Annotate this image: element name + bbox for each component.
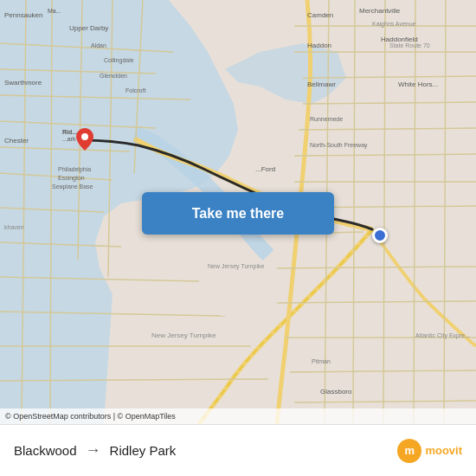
- svg-text:New Jersey Turnpike: New Jersey Turnpike: [208, 263, 264, 270]
- svg-text:Merchantville: Merchantville: [359, 7, 401, 15]
- svg-text:New Jersey Turnpike: New Jersey Turnpike: [151, 331, 216, 339]
- svg-text:Bellmawr: Bellmawr: [307, 80, 336, 88]
- moovit-icon: m: [397, 439, 421, 463]
- svg-text:North-South Freeway: North-South Freeway: [310, 142, 368, 149]
- svg-text:Essington: Essington: [58, 175, 85, 182]
- svg-text:Glassboro: Glassboro: [320, 388, 352, 396]
- svg-text:Ma...: Ma...: [48, 8, 61, 14]
- svg-text:...ark: ...ark: [62, 136, 76, 142]
- svg-text:...Ford: ...Ford: [255, 165, 275, 173]
- svg-text:Swarthmore: Swarthmore: [4, 79, 42, 87]
- svg-text:Haddon: Haddon: [307, 42, 331, 49]
- svg-text:Folcroft: Folcroft: [125, 87, 145, 93]
- svg-text:Aldan: Aldan: [91, 42, 106, 48]
- svg-text:Kaighns Avenue: Kaighns Avenue: [372, 21, 416, 28]
- svg-text:Rid...: Rid...: [62, 129, 77, 135]
- svg-text:khaven: khaven: [4, 224, 24, 230]
- destination-label: Ridley Park: [110, 443, 177, 458]
- svg-text:Camden: Camden: [307, 11, 333, 19]
- take-me-there-button[interactable]: Take me there: [142, 192, 334, 235]
- svg-text:Seaplane Base: Seaplane Base: [52, 183, 93, 190]
- svg-text:Chester: Chester: [4, 137, 29, 145]
- svg-text:Collingdale: Collingdale: [104, 57, 134, 64]
- map-attribution: © OpenStreetMap contributors | © OpenMap…: [0, 408, 476, 424]
- svg-text:Atlantic City Expre...: Atlantic City Expre...: [415, 332, 470, 339]
- svg-text:Runnemede: Runnemede: [310, 116, 343, 122]
- route-arrow: →: [86, 441, 101, 460]
- svg-text:State Route 70: State Route 70: [389, 42, 430, 48]
- map-container: Pennsauken Ma... Upper Darby Aldan Colli…: [0, 0, 476, 424]
- destination-dot: [372, 228, 388, 243]
- svg-text:White Hors...: White Hors...: [398, 80, 438, 88]
- moovit-logo: m moovit: [397, 439, 462, 463]
- svg-text:Glenolden: Glenolden: [100, 73, 127, 79]
- svg-point-69: [81, 133, 88, 140]
- footer: Blackwood → Ridley Park m moovit: [0, 424, 476, 476]
- svg-text:Pennsauken: Pennsauken: [4, 11, 42, 19]
- svg-text:Philadelphia: Philadelphia: [58, 166, 91, 173]
- origin-pin: [76, 128, 93, 151]
- svg-text:Upper Darby: Upper Darby: [69, 24, 108, 32]
- svg-text:Pitman: Pitman: [312, 358, 331, 364]
- moovit-wordmark: moovit: [425, 444, 462, 457]
- origin-label: Blackwood: [14, 443, 77, 458]
